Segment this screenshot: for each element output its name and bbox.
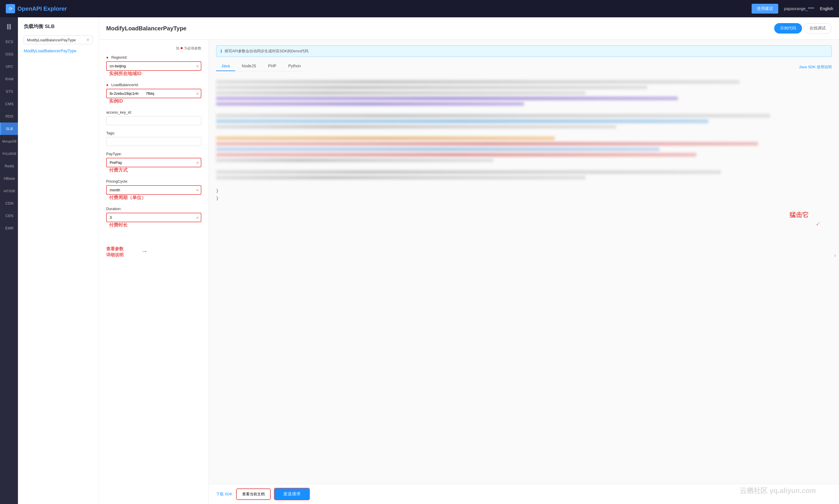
clear-regionid-icon[interactable]: ✕	[196, 64, 199, 68]
clear-paytype-icon[interactable]: ✕	[196, 160, 199, 165]
code-line-2	[216, 86, 647, 89]
input-tags[interactable]	[106, 137, 201, 146]
annotation-pricingcycle: 付费周期（单位）	[109, 195, 146, 201]
field-regionid: ● RegionId: ✕ 实例所在地域ID	[106, 55, 201, 77]
code-hint-box: ℹ 填写API参数会自动同步生成对应SDK的Demo代码	[216, 46, 832, 57]
code-line-7	[216, 119, 708, 123]
label-pricingcycle: PricingCycle:	[106, 179, 201, 183]
tab-example-code[interactable]: 示例代码	[774, 23, 802, 34]
sidebar-item-ram[interactable]: RAM	[0, 73, 18, 85]
tab-java[interactable]: Java	[216, 61, 235, 71]
code-line-15	[216, 176, 585, 179]
form-panel: 加 ● 为必填参数 ● RegionId: ✕ 实例所在地域ID	[99, 40, 209, 504]
annotation-click-it: 猛击它	[216, 211, 832, 219]
sidebar-item-cen[interactable]: CEN	[0, 210, 18, 222]
user-label: papaorange_****	[784, 6, 814, 11]
field-paytype: PayType: ✕ 付费方式	[106, 152, 201, 174]
search-clear-icon[interactable]: ✕	[86, 38, 90, 42]
logo-icon: ⟳	[6, 4, 15, 13]
tab-php[interactable]: PHP	[263, 61, 281, 71]
click-annotation-area: 猛击它 ↓	[216, 211, 832, 219]
sidebar-item-mongodb[interactable]: MongoDB	[0, 135, 18, 147]
code-line-13	[216, 158, 493, 162]
page-title: ModifyLoadBalancerPayType	[106, 25, 186, 32]
input-duration[interactable]	[106, 213, 201, 222]
tab-nodejs[interactable]: NodeJS	[237, 61, 261, 71]
code-line-6	[216, 114, 770, 118]
sidebar-item-cdn[interactable]: CDN	[0, 197, 18, 210]
sidebar-item-hitsdb[interactable]: HiTSDB	[0, 185, 18, 197]
sidebar-item-emr[interactable]: EMR	[0, 222, 18, 234]
tab-online-debug[interactable]: 在线调试	[803, 23, 832, 34]
main-layout: ||| ECS OSS VPC RAM STS CMS RDS SLB Mong…	[0, 17, 839, 504]
bottom-annotation-area: 查看参数 详细说明 →	[106, 246, 201, 258]
content-header: ModifyLoadBalancerPayType 示例代码 在线调试	[99, 17, 839, 40]
annotation-arrow-down: ↓	[815, 219, 822, 228]
code-line-4	[216, 96, 678, 100]
search-input[interactable]	[27, 38, 86, 42]
clear-loadbalancerid-icon[interactable]: ✕	[196, 91, 199, 96]
label-regionid: ● RegionId:	[106, 55, 201, 59]
sidebar-item-redis[interactable]: Redis	[0, 160, 18, 172]
sidebar-item-slb[interactable]: SLB	[0, 123, 18, 135]
download-sdk-button[interactable]: 下载 SDK	[216, 491, 232, 497]
code-line-11	[216, 147, 660, 151]
suggest-button[interactable]: 使用建议	[752, 4, 778, 14]
code-line-10	[216, 142, 758, 146]
sidebar-toggle[interactable]: |||	[4, 20, 14, 33]
send-request-button[interactable]: 发送请求	[275, 488, 309, 500]
sidebar-item-vpc[interactable]: VPC	[0, 60, 18, 73]
sdk-link[interactable]: Java SDK 使用说明	[799, 65, 832, 70]
two-panel: 加 ● 为必填参数 ● RegionId: ✕ 实例所在地域ID	[99, 40, 839, 504]
bottom-bar: 下载 SDK 查看当前文档 发送请求	[209, 484, 839, 504]
clear-pricingcycle-icon[interactable]: ✕	[196, 188, 199, 192]
closing-brace-2: }	[216, 196, 219, 201]
code-tabs: Java NodeJS PHP Python	[216, 61, 306, 71]
sidebar-item-ecs[interactable]: ECS	[0, 36, 18, 48]
service-panel: 负载均衡 SLB ✕ ModifyLoadBalancerPayType	[18, 17, 99, 504]
code-line-12	[216, 153, 696, 157]
search-box[interactable]: ✕	[24, 36, 93, 44]
clear-duration-icon[interactable]: ✕	[196, 215, 199, 220]
logo-text: OpenAPI Explorer	[17, 5, 67, 12]
sidebar-item-oss[interactable]: OSS	[0, 48, 18, 60]
input-pricingcycle[interactable]	[106, 185, 201, 195]
content-area: ModifyLoadBalancerPayType 示例代码 在线调试 加 ● …	[99, 17, 839, 504]
label-duration: Duration:	[106, 206, 201, 211]
header: ⟳ OpenAPI Explorer 使用建议 papaorange_**** …	[0, 0, 839, 17]
code-line-14	[216, 170, 721, 174]
field-access-key-id: access_key_id:	[106, 110, 201, 125]
code-line-8	[216, 125, 616, 129]
annotation-duration: 付费时长	[109, 222, 127, 228]
sidebar-item-rds[interactable]: RDS	[0, 110, 18, 123]
form-hint: 加 ● 为必填参数	[106, 46, 201, 51]
logo: ⟳ OpenAPI Explorer	[6, 4, 67, 13]
content-tabs: 示例代码 在线调试	[774, 23, 832, 34]
annotation-view-params: 查看参数 详细说明	[106, 246, 201, 258]
info-icon: ℹ	[220, 49, 222, 54]
code-tabs-bar: Java NodeJS PHP Python Java SDK 使用说明	[216, 61, 832, 76]
code-block: } }	[216, 80, 832, 202]
tab-python[interactable]: Python	[283, 61, 306, 71]
language-selector[interactable]: English	[820, 6, 833, 11]
sidebar-item-cms[interactable]: CMS	[0, 98, 18, 110]
right-edge-handle[interactable]: ›	[834, 252, 836, 259]
sidebar: ||| ECS OSS VPC RAM STS CMS RDS SLB Mong…	[0, 17, 18, 504]
field-tags: Tags:	[106, 131, 201, 146]
sidebar-item-hbase[interactable]: HBase	[0, 172, 18, 185]
api-link[interactable]: ModifyLoadBalancerPayType	[24, 49, 93, 53]
annotation-paytype: 付费方式	[109, 167, 127, 174]
input-regionid[interactable]	[106, 61, 201, 71]
input-paytype[interactable]	[106, 158, 201, 167]
code-panel-wrapper: ℹ 填写API参数会自动同步生成对应SDK的Demo代码 Java NodeJS…	[209, 40, 839, 504]
label-access-key-id: access_key_id:	[106, 110, 201, 114]
input-loadbalancerid[interactable]	[106, 89, 201, 98]
label-paytype: PayType:	[106, 152, 201, 156]
code-line-3	[216, 91, 585, 95]
input-access-key-id[interactable]	[106, 116, 201, 125]
sidebar-item-sts[interactable]: STS	[0, 85, 18, 98]
code-line-1	[216, 80, 739, 84]
view-docs-button[interactable]: 查看当前文档	[237, 489, 270, 499]
sidebar-item-polardb[interactable]: POLARDB	[0, 147, 18, 160]
field-loadbalancerid: ● LoadBalancerId: ✕ 实例ID	[106, 83, 201, 104]
